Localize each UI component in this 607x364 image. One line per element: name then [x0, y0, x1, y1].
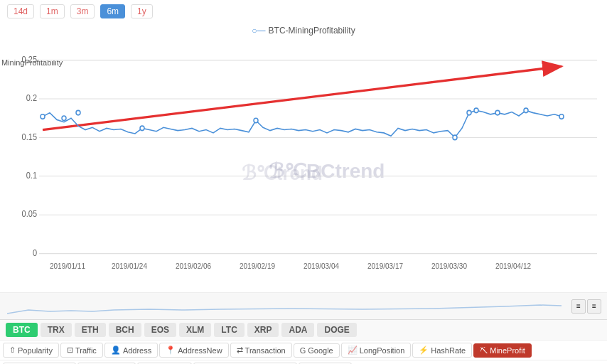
coin-tabs: BTC TRX ETH BCH EOS XLM LTC XRP ADA DOGE: [0, 320, 607, 341]
coin-tab-xlm[interactable]: XLM: [179, 323, 211, 337]
time-btn-6m[interactable]: 6m: [100, 4, 125, 18]
mineprofit-icon: ⛏: [480, 346, 488, 355]
svg-text:ℬ℃trend: ℬ℃trend: [242, 161, 323, 184]
longposition-label: LongPosition: [360, 346, 405, 355]
coin-tab-ltc[interactable]: LTC: [214, 323, 244, 337]
coin-tab-xrp[interactable]: XRP: [247, 323, 279, 337]
svg-text:2019/04/12: 2019/04/12: [495, 262, 531, 270]
svg-text:0.05: 0.05: [22, 210, 37, 218]
svg-point-22: [41, 114, 45, 119]
svg-text:0.15: 0.15: [22, 132, 37, 141]
google-icon: G: [300, 346, 306, 355]
popularity-label: Popularity: [18, 346, 53, 355]
chart-svg: 0.25 0.2 0.15 0.1 0.05 0 2019/01/11 2019…: [0, 37, 607, 292]
metric-tabs-row2: 💹 MarketingCap ↺ Circulation 📊 Metcalfe …: [0, 360, 607, 364]
legend-icon: ○—: [252, 26, 265, 36]
metric-tab-addressnew[interactable]: 📍 AddressNew: [159, 343, 228, 358]
transaction-label: Transaction: [245, 346, 286, 355]
google-label: Google: [308, 346, 333, 355]
svg-point-23: [62, 116, 66, 121]
time-period-bar: 14d 1m 3m 6m 1y: [0, 0, 607, 23]
coin-tab-eth[interactable]: ETH: [75, 323, 106, 337]
svg-point-29: [474, 108, 478, 113]
coin-tab-doge[interactable]: DOGE: [317, 323, 356, 337]
svg-text:2019/01/11: 2019/01/11: [50, 262, 85, 270]
svg-text:2019/02/06: 2019/02/06: [176, 262, 211, 270]
hashrate-label: HashRate: [431, 346, 466, 355]
svg-text:0.1: 0.1: [26, 171, 37, 180]
time-btn-1m[interactable]: 1m: [40, 4, 65, 18]
legend-text: BTC-MiningProfitability: [269, 26, 355, 36]
svg-text:2019/03/04: 2019/03/04: [304, 262, 339, 270]
transaction-icon: ⇄: [237, 346, 243, 355]
mineprofit-label: MineProfit: [490, 346, 525, 355]
metric-tab-traffic[interactable]: ⊡ Traffic: [60, 343, 103, 358]
address-icon: 👤: [111, 346, 121, 355]
svg-text:2019/01/24: 2019/01/24: [112, 262, 147, 270]
svg-point-24: [76, 110, 80, 115]
svg-text:2019/02/19: 2019/02/19: [240, 262, 275, 270]
metric-tab-popularity[interactable]: ⇧ Popularity: [3, 343, 59, 358]
main-chart-area: MiningProfitability ℬ℃BCtrend 0.25 0.2 0…: [0, 37, 607, 293]
traffic-label: Traffic: [75, 346, 97, 355]
coin-tab-btc[interactable]: BTC: [6, 323, 38, 337]
svg-text:0.25: 0.25: [22, 55, 37, 63]
metric-tabs-row1: ⇧ Popularity ⊡ Traffic 👤 Address 📍 Addre…: [0, 341, 607, 360]
metric-tab-transaction[interactable]: ⇄ Transaction: [230, 343, 292, 358]
svg-point-27: [453, 135, 457, 140]
scroll-btn-left[interactable]: ≡: [571, 299, 586, 314]
mini-chart-area: ≡ ≡: [0, 293, 607, 320]
traffic-icon: ⊡: [67, 346, 73, 355]
metric-tab-address[interactable]: 👤 Address: [104, 343, 158, 358]
coin-tab-ada[interactable]: ADA: [281, 323, 314, 337]
address-label: Address: [123, 346, 151, 355]
svg-text:2019/03/17: 2019/03/17: [367, 262, 403, 270]
svg-text:0.2: 0.2: [26, 94, 37, 102]
svg-point-32: [559, 114, 564, 119]
metric-tab-google[interactable]: G Google: [294, 343, 340, 358]
svg-text:2019/03/30: 2019/03/30: [431, 262, 467, 270]
coin-tab-bch[interactable]: BCH: [109, 323, 141, 337]
mini-chart-svg: [7, 296, 562, 317]
svg-point-28: [467, 110, 471, 115]
metric-tab-hashrate[interactable]: ⚡ HashRate: [412, 343, 472, 358]
scroll-controls: ≡ ≡: [571, 299, 601, 314]
hashrate-icon: ⚡: [419, 346, 429, 355]
popularity-icon: ⇧: [9, 346, 16, 355]
metric-tab-mineprofit[interactable]: ⛏ MineProfit: [473, 343, 532, 358]
svg-point-26: [254, 118, 258, 123]
metric-tab-longposition[interactable]: 📈 LongPosition: [341, 343, 412, 358]
coin-tab-eos[interactable]: EOS: [144, 323, 176, 337]
longposition-icon: 📈: [348, 346, 358, 355]
coin-tab-trx[interactable]: TRX: [41, 323, 72, 337]
svg-point-31: [524, 108, 528, 113]
chart-legend: ○— BTC-MiningProfitability: [0, 23, 607, 37]
addressnew-label: AddressNew: [178, 346, 222, 355]
time-btn-1y[interactable]: 1y: [131, 4, 153, 18]
time-btn-14d[interactable]: 14d: [7, 4, 34, 18]
svg-point-30: [495, 110, 500, 115]
addressnew-icon: 📍: [166, 346, 176, 355]
svg-point-25: [140, 126, 144, 131]
svg-text:0: 0: [33, 248, 37, 257]
svg-line-21: [43, 66, 562, 129]
time-btn-3m[interactable]: 3m: [70, 4, 95, 18]
scroll-btn-right[interactable]: ≡: [587, 299, 601, 314]
